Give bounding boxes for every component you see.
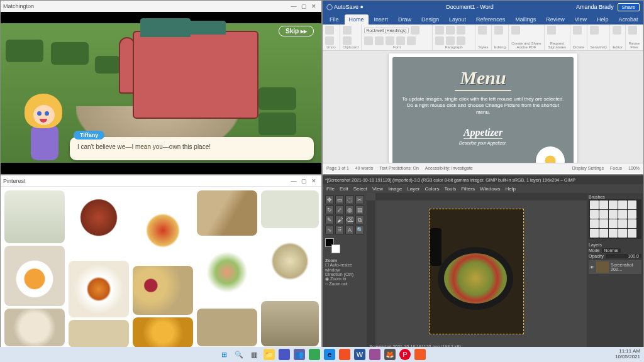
layer-thumbnail[interactable] (596, 261, 609, 273)
tool-freeselect-icon[interactable]: ◌ (345, 195, 354, 204)
ribbon-button[interactable] (411, 26, 419, 35)
pin-image[interactable] (69, 190, 129, 258)
ribbon-button[interactable] (375, 36, 384, 45)
pin-image[interactable] (4, 309, 65, 346)
pin-image[interactable] (261, 190, 319, 228)
status-page[interactable]: Page 1 of 1 (326, 166, 349, 170)
tab-view[interactable]: View (570, 14, 591, 25)
status-words[interactable]: 49 words (355, 166, 373, 170)
menu-windows[interactable]: Windows (480, 186, 500, 192)
pinterest-titlebar[interactable]: Pinterest — ▢ ✕ (1, 175, 321, 187)
app-icon[interactable] (279, 349, 290, 360)
brush-preset[interactable] (599, 210, 608, 219)
ribbon-button[interactable] (396, 36, 405, 45)
tab-draw[interactable]: Draw (394, 14, 416, 25)
opacity-value[interactable]: 100.0 (606, 254, 641, 258)
brush-preset[interactable] (590, 219, 599, 228)
gimp-titlebar[interactable]: *[Screenshot 2021-10-18 191120] (importe… (323, 175, 643, 184)
pin-image[interactable] (4, 246, 65, 306)
brush-preset[interactable] (590, 200, 599, 209)
tab-file[interactable]: File (325, 14, 343, 25)
ribbon-button[interactable] (407, 36, 416, 45)
brush-preset[interactable] (590, 210, 599, 219)
ribbon-button[interactable] (478, 26, 487, 35)
pin-image[interactable] (261, 231, 319, 299)
app-icon[interactable] (339, 349, 350, 360)
tool-zoom-icon[interactable]: 🔍 (355, 226, 364, 234)
brush-preset[interactable] (618, 219, 627, 228)
tab-mailings[interactable]: Mailings (511, 14, 540, 25)
game-icon[interactable] (414, 349, 426, 360)
ribbon-button[interactable] (435, 26, 444, 35)
tool-path-icon[interactable]: ⠿ (335, 226, 344, 234)
tool-text-icon[interactable]: A (345, 226, 354, 234)
tool-eraser-icon[interactable]: ⌫ (345, 216, 354, 224)
ribbon-button[interactable] (573, 26, 582, 35)
ribbon-button[interactable] (590, 26, 599, 35)
ribbon-button[interactable] (494, 26, 503, 35)
brush-preset[interactable] (590, 229, 599, 238)
ribbon-button[interactable] (386, 36, 394, 45)
word-titlebar[interactable]: ◯ AutoSave ● Document1 - Word Amanda Bra… (323, 1, 643, 13)
brush-preset[interactable] (599, 219, 608, 228)
ribbon-button[interactable] (446, 36, 455, 45)
menu-colors[interactable]: Colors (425, 186, 439, 192)
tool-crop-icon[interactable]: ✂ (355, 195, 364, 204)
ribbon-button[interactable] (325, 26, 334, 35)
brush-preset[interactable] (618, 210, 627, 219)
status-display[interactable]: Display Settings (572, 166, 604, 170)
opt-autoresize[interactable]: ☐ Auto-resize window (325, 263, 364, 272)
tool-smudge-icon[interactable]: ∿ (325, 226, 334, 234)
menu-help[interactable]: Help (505, 186, 515, 192)
status-accessibility[interactable]: Accessibility: Investigate (425, 166, 473, 170)
maximize-icon[interactable]: ▢ (299, 3, 309, 9)
menu-tools[interactable]: Tools (445, 186, 457, 192)
tool-bucket-icon[interactable]: ◍ (345, 206, 354, 214)
edge-icon[interactable]: e (324, 349, 335, 360)
ribbon-button[interactable] (435, 36, 444, 45)
tool-clone-icon[interactable]: ⧉ (355, 216, 364, 224)
ribbon-button[interactable] (364, 36, 373, 45)
canvas-area[interactable]: Screenshot 2021-10-18 191120.png (198.3 … (367, 193, 587, 350)
system-clock[interactable]: 11:11 AM 10/05/2021 (615, 349, 640, 360)
brush-preset[interactable] (609, 219, 618, 228)
document-area[interactable]: Menu To update images, single click with… (323, 51, 643, 163)
font-select[interactable]: Rockwell (Headings) (364, 28, 408, 33)
tool-move-icon[interactable]: ✥ (325, 195, 334, 204)
close-icon[interactable]: ✕ (309, 178, 319, 184)
menu-layer[interactable]: Layer (407, 186, 419, 192)
tab-acrobat[interactable]: Acrobat (614, 14, 643, 25)
visibility-icon[interactable]: 👁 (590, 265, 594, 270)
ribbon-button[interactable] (628, 26, 637, 35)
tool-rotate-icon[interactable]: ↻ (325, 206, 334, 214)
tab-layout[interactable]: Layout (445, 14, 470, 25)
ribbon-button[interactable] (457, 26, 465, 35)
brush-preset[interactable] (609, 200, 618, 209)
ribbon-button[interactable] (547, 26, 556, 35)
search-icon[interactable]: 🔍 (233, 349, 245, 360)
brush-preset[interactable] (628, 229, 636, 238)
close-icon[interactable]: ✕ (309, 3, 319, 9)
tab-review[interactable]: Review (541, 14, 569, 25)
tab-design[interactable]: Design (417, 14, 443, 25)
background-color[interactable] (331, 244, 340, 253)
status-predictions[interactable]: Text Predictions: On (379, 166, 419, 170)
pin-image[interactable] (261, 301, 319, 346)
teams-icon[interactable]: 👥 (294, 349, 305, 360)
pin-image[interactable] (197, 238, 257, 306)
pin-image[interactable] (133, 317, 193, 348)
tool-gradient-icon[interactable]: ▤ (355, 206, 364, 214)
pin-image[interactable] (133, 190, 193, 263)
brush-preset[interactable] (609, 229, 618, 238)
task-view-icon[interactable]: ▥ (248, 349, 260, 360)
gimp-icon[interactable]: 🦊 (384, 349, 396, 360)
ribbon-button[interactable] (325, 36, 334, 45)
tab-insert[interactable]: Insert (370, 14, 393, 25)
menu-select[interactable]: Select (353, 186, 367, 192)
tool-pencil-icon[interactable]: ✎ (325, 216, 334, 224)
brush-preset[interactable] (599, 200, 608, 209)
layer-row[interactable]: 👁 Screenshot 202… (589, 260, 641, 274)
brush-preset[interactable] (609, 210, 618, 219)
explorer-icon[interactable]: 📁 (264, 349, 275, 360)
page[interactable]: Menu To update images, single click with… (389, 53, 577, 163)
